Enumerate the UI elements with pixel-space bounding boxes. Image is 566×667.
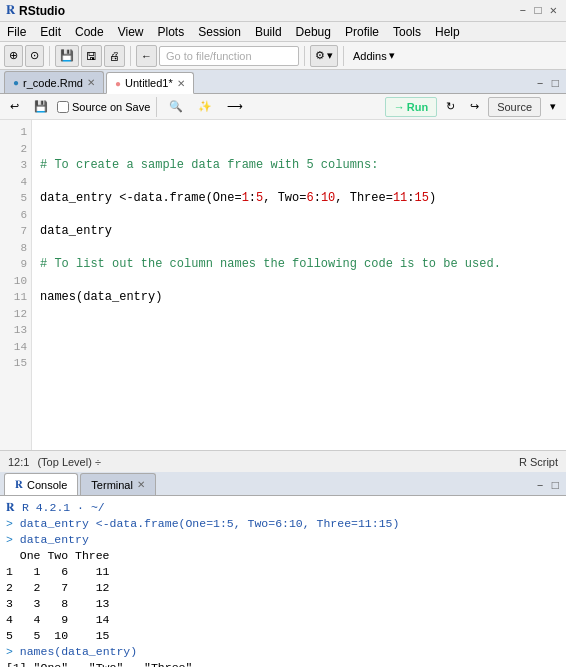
save-icon: 💾 — [60, 49, 74, 62]
goto-input-container[interactable]: Go to file/function — [159, 46, 299, 66]
editor-toolbar: ↩ 💾 Source on Save 🔍 ✨ ⟶ → Run ↻ ↪ Sourc… — [0, 94, 566, 120]
code-line-11: names(data_entry) — [40, 289, 558, 306]
editor-sep-1 — [156, 97, 157, 117]
options-arrow: ▾ — [327, 49, 333, 62]
tab-untitled[interactable]: ● Untitled1* ✕ — [106, 72, 194, 94]
code-line-7: data_entry — [40, 223, 558, 240]
source-label: Source — [497, 101, 532, 113]
menu-view[interactable]: View — [111, 22, 151, 41]
new-icon: ⊕ — [9, 49, 18, 62]
r-version-line: 𝐑 R 4.2.1 · ~/ — [6, 500, 560, 516]
close-btn[interactable]: ✕ — [547, 3, 560, 18]
cursor-position: 12:1 — [8, 456, 29, 468]
code-line-9: # To list out the column names the follo… — [40, 256, 558, 273]
back-btn[interactable]: ← — [136, 45, 157, 67]
print-btn[interactable]: 🖨 — [104, 45, 125, 67]
jump-icon: ⟶ — [227, 100, 243, 113]
code-line-2 — [40, 141, 558, 158]
menu-file[interactable]: File — [0, 22, 33, 41]
code-editor[interactable]: # To create a sample data frame with 5 c… — [32, 120, 566, 450]
tab-untitled-close[interactable]: ✕ — [177, 78, 185, 89]
line-numbers: 12345 678910 1112131415 — [0, 120, 32, 450]
console-section: 𝐑 Console Terminal ✕ – □ 𝐑 R 4.2.1 · ~/ … — [0, 472, 566, 667]
status-bar: 12:1 (Top Level) ÷ R Script — [0, 450, 566, 472]
addins-btn[interactable]: Addins ▾ — [349, 49, 399, 62]
code-line-5: data_entry <-data.frame(One=1:5, Two=6:1… — [40, 190, 558, 207]
code-line-12 — [40, 306, 558, 323]
menu-tools[interactable]: Tools — [386, 22, 428, 41]
code-line-15 — [40, 355, 558, 372]
untitled-icon: ● — [115, 78, 121, 89]
r-version-text: R 4.2.1 · ~/ — [22, 501, 105, 514]
source-on-save-label: Source on Save — [72, 101, 150, 113]
tab-rmd[interactable]: ● r_code.Rmd ✕ — [4, 71, 104, 93]
menu-edit[interactable]: Edit — [33, 22, 68, 41]
source-on-save-container[interactable]: Source on Save — [57, 101, 150, 113]
menu-debug[interactable]: Debug — [289, 22, 338, 41]
console-line-2: > data_entry — [6, 532, 560, 548]
addins-label: Addins — [353, 50, 387, 62]
code-line-3: # To create a sample data frame with 5 c… — [40, 157, 558, 174]
minimize-btn[interactable]: – — [516, 4, 529, 18]
terminal-tab-close[interactable]: ✕ — [137, 479, 145, 490]
print-icon: 🖨 — [109, 50, 120, 62]
tab-rmd-close[interactable]: ✕ — [87, 77, 95, 88]
tab-rmd-label: r_code.Rmd — [23, 77, 83, 89]
code-line-13 — [40, 322, 558, 339]
console-maximize-btn[interactable]: □ — [549, 479, 562, 493]
terminal-tab[interactable]: Terminal ✕ — [80, 473, 156, 495]
search-btn[interactable]: 🔍 — [163, 97, 189, 117]
separator-2 — [130, 46, 131, 66]
rmd-icon: ● — [13, 77, 19, 88]
source-dropdown-btn[interactable]: ▾ — [544, 97, 562, 117]
open-btn[interactable]: ⊙ — [25, 45, 44, 67]
magic-icon: ✨ — [198, 100, 212, 113]
magic-btn[interactable]: ✨ — [192, 97, 218, 117]
save-btn[interactable]: 💾 — [55, 45, 79, 67]
save-editor-icon: 💾 — [34, 100, 48, 113]
console-output-row-5: 5 5 10 15 — [6, 628, 560, 644]
options-btn[interactable]: ⚙ ▾ — [310, 45, 338, 67]
undo-btn[interactable]: ↩ — [4, 97, 25, 117]
editor-area: 12345 678910 1112131415 # To create a sa… — [0, 120, 566, 450]
re-arrow-btn[interactable]: ↪ — [464, 97, 485, 117]
rerun-btn[interactable]: ↻ — [440, 97, 461, 117]
jump-btn[interactable]: ⟶ — [221, 97, 249, 117]
console-tab[interactable]: 𝐑 Console — [4, 473, 78, 495]
source-on-save-checkbox[interactable] — [57, 101, 69, 113]
console-body: 𝐑 R 4.2.1 · ~/ > data_entry <-data.frame… — [0, 496, 566, 667]
separator-1 — [49, 46, 50, 66]
console-output-row-4: 4 4 9 14 — [6, 612, 560, 628]
undo-icon: ↩ — [10, 100, 19, 113]
app-icon: 𝐑 — [6, 3, 15, 18]
save-editor-btn[interactable]: 💾 — [28, 97, 54, 117]
console-icon: 𝐑 — [15, 478, 23, 491]
save-all-btn[interactable]: 🖫 — [81, 45, 102, 67]
menu-profile[interactable]: Profile — [338, 22, 386, 41]
code-line-6 — [40, 207, 558, 224]
code-line-8 — [40, 240, 558, 257]
menu-code[interactable]: Code — [68, 22, 111, 41]
open-icon: ⊙ — [30, 49, 39, 62]
console-minimize-btn[interactable]: – — [534, 479, 547, 493]
editor-minimize-btn[interactable]: – — [534, 77, 547, 91]
app-title: RStudio — [19, 4, 65, 18]
menu-plots[interactable]: Plots — [151, 22, 192, 41]
console-line-3: > names(data_entry) — [6, 644, 560, 660]
separator-3 — [304, 46, 305, 66]
maximize-btn[interactable]: □ — [532, 4, 545, 18]
source-btn[interactable]: Source — [488, 97, 541, 117]
menu-session[interactable]: Session — [191, 22, 248, 41]
separator-4 — [343, 46, 344, 66]
run-btn[interactable]: → Run — [385, 97, 437, 117]
editor-maximize-btn[interactable]: □ — [549, 77, 562, 91]
menu-help[interactable]: Help — [428, 22, 467, 41]
code-line-4 — [40, 174, 558, 191]
code-line-10 — [40, 273, 558, 290]
new-file-btn[interactable]: ⊕ — [4, 45, 23, 67]
re-arrow-icon: ↪ — [470, 100, 479, 113]
console-output-row-1: 1 1 6 11 — [6, 564, 560, 580]
menu-bar: File Edit Code View Plots Session Build … — [0, 22, 566, 42]
console-tabs: 𝐑 Console Terminal ✕ – □ — [0, 472, 566, 496]
menu-build[interactable]: Build — [248, 22, 289, 41]
